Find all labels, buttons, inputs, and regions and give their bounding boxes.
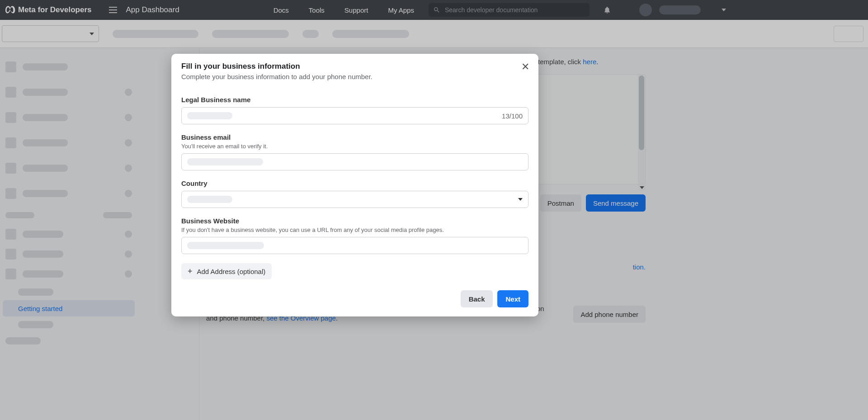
back-button[interactable]: Back — [461, 290, 493, 307]
legal-name-char-count: 13/100 — [502, 112, 523, 120]
next-button-label: Next — [505, 295, 520, 303]
business-email-label: Business email — [181, 133, 528, 141]
select-value-placeholder — [187, 196, 232, 203]
legal-business-name-group: Legal Business name 13/100 — [181, 96, 528, 124]
business-email-help: You'll receive an email to verify it. — [181, 143, 528, 150]
add-address-button[interactable]: + Add Address (optional) — [181, 263, 272, 279]
modal-title: Fill in your business information — [181, 62, 528, 71]
business-info-modal: Fill in your business information Comple… — [171, 54, 538, 316]
business-website-input[interactable] — [181, 237, 528, 254]
modal-header: Fill in your business information Comple… — [171, 54, 538, 86]
business-email-group: Business email You'll receive an email t… — [181, 133, 528, 170]
modal-footer: Back Next — [171, 283, 538, 316]
business-email-input[interactable] — [181, 153, 528, 170]
legal-business-name-label: Legal Business name — [181, 96, 528, 104]
country-group: Country — [181, 179, 528, 208]
modal-body: Legal Business name 13/100 Business emai… — [171, 86, 538, 283]
close-icon[interactable]: ✕ — [519, 60, 532, 74]
add-address-label: Add Address (optional) — [197, 268, 266, 275]
input-value-placeholder — [187, 242, 264, 249]
chevron-down-icon — [518, 198, 523, 201]
back-button-label: Back — [469, 295, 485, 303]
country-label: Country — [181, 179, 528, 187]
modal-subtitle: Complete your business information to ad… — [181, 73, 528, 80]
next-button[interactable]: Next — [497, 290, 528, 307]
business-website-group: Business Website If you don't have a bus… — [181, 217, 528, 254]
input-value-placeholder — [187, 158, 263, 165]
plus-icon: + — [188, 267, 193, 275]
country-select[interactable] — [181, 191, 528, 208]
legal-business-name-input[interactable]: 13/100 — [181, 107, 528, 124]
business-website-label: Business Website — [181, 217, 528, 225]
input-value-placeholder — [187, 112, 232, 119]
business-website-help: If you don't have a business website, yo… — [181, 227, 528, 233]
